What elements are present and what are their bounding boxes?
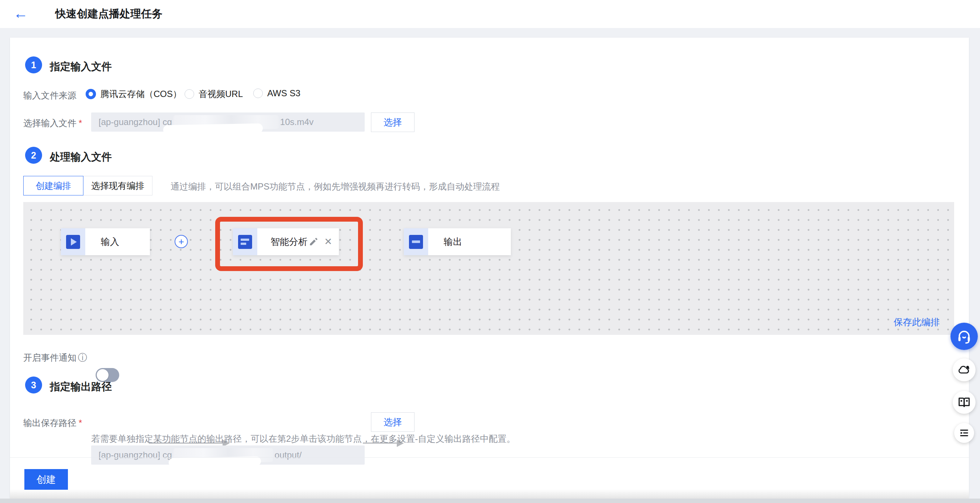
menu-list-icon <box>959 427 970 438</box>
output-path-value-prefix: [ap-guangzhou] cg <box>99 450 172 460</box>
page-title: 快速创建点播处理任务 <box>56 6 162 21</box>
headset-icon <box>956 328 972 344</box>
radio-option-cos[interactable]: 腾讯云存储（COS） <box>86 88 181 100</box>
cloud-notification-button[interactable] <box>953 359 975 381</box>
analysis-icon <box>238 235 252 249</box>
output-path-hint: 若需要单独指定某功能节点的输出路径，可以在第2步单击该功能节点，在更多设置-自定… <box>91 433 515 445</box>
top-bar: ← 快速创建点播处理任务 <box>0 0 980 28</box>
info-icon[interactable]: ⓘ <box>78 351 87 363</box>
flow-node-output[interactable]: 输出 <box>404 228 511 255</box>
step2-title: 处理输入文件 <box>50 150 112 164</box>
input-file-value-prefix: [ap-guangzhou] cg <box>99 117 172 127</box>
orchestration-canvas[interactable]: 输入 + 智能分析 ✕ 输出 保存此编排 <box>23 202 954 335</box>
radio-option-label: AWS S3 <box>267 88 301 98</box>
docs-book-icon <box>958 396 971 409</box>
radio-icon <box>185 89 194 99</box>
plus-icon: + <box>178 237 184 246</box>
input-source-label: 输入文件来源 <box>23 90 76 102</box>
step2-number-badge: 2 <box>25 147 42 164</box>
radio-option-url[interactable]: 音视频URL <box>185 88 243 100</box>
footer-divider <box>10 457 969 458</box>
customer-service-button[interactable] <box>950 323 978 350</box>
step1-title: 指定输入文件 <box>50 60 112 74</box>
input-file-label: 选择输入文件* <box>23 117 82 129</box>
radio-selected-icon <box>86 89 96 99</box>
toggle-knob <box>97 369 108 381</box>
step3-number-badge: 3 <box>25 376 42 394</box>
required-asterisk: * <box>79 118 82 128</box>
radio-option-label: 腾讯云存储（COS） <box>100 88 181 100</box>
radio-icon <box>253 89 263 98</box>
window-bottom-strip <box>0 498 980 503</box>
input-node-iconbox <box>61 228 85 255</box>
input-file-value-suffix: 10s.m4v <box>280 117 314 127</box>
radio-option-label: 音视频URL <box>199 88 243 100</box>
input-file-field[interactable]: [ap-guangzhou] cg 10s.m4v <box>91 113 365 132</box>
required-asterisk: * <box>79 418 82 428</box>
output-path-value-suffix: output/ <box>275 450 302 460</box>
step3-title: 指定输出路径 <box>50 380 112 394</box>
analysis-node-iconbox <box>233 228 257 255</box>
flow-node-input[interactable]: 输入 <box>61 228 150 255</box>
card-bottom-shadow <box>10 489 969 498</box>
flow-node-analysis[interactable]: 智能分析 ✕ <box>233 228 339 255</box>
orchestration-description: 通过编排，可以组合MPS功能节点，例如先增强视频再进行转码，形成自动处理流程 <box>170 181 500 192</box>
radio-option-aws-s3[interactable]: AWS S3 <box>253 88 301 98</box>
close-icon: ✕ <box>324 236 332 248</box>
pencil-icon <box>309 237 318 247</box>
output-node-label: 输出 <box>444 236 462 248</box>
create-button[interactable]: 创建 <box>24 469 68 490</box>
choose-input-file-button[interactable]: 选择 <box>371 113 415 132</box>
edit-node-button[interactable] <box>309 237 318 247</box>
analysis-node-label: 智能分析 <box>270 236 307 248</box>
cloud-bell-icon <box>958 363 971 376</box>
play-icon <box>66 235 80 249</box>
output-icon <box>409 235 423 249</box>
save-orchestration-link[interactable]: 保存此编排 <box>894 316 940 328</box>
output-path-label: 输出保存路径* <box>23 417 82 429</box>
documentation-button[interactable] <box>953 391 975 414</box>
output-node-iconbox <box>404 228 428 255</box>
task-list-button[interactable] <box>954 423 974 443</box>
output-path-field[interactable]: [ap-guangzhou] cg output/ <box>91 446 365 465</box>
back-arrow-icon[interactable]: ← <box>13 5 28 21</box>
tab-select-existing-orchestration[interactable]: 选择现有编排 <box>83 176 153 195</box>
remove-node-button[interactable]: ✕ <box>324 236 332 248</box>
input-node-label: 输入 <box>101 236 119 248</box>
add-node-button[interactable]: + <box>175 235 188 248</box>
redacted-smudge <box>163 124 263 135</box>
event-notify-label: 开启事件通知 ⓘ <box>23 351 87 363</box>
tab-create-orchestration[interactable]: 创建编排 <box>23 176 83 195</box>
step1-number-badge: 1 <box>25 56 42 73</box>
redacted-smudge <box>169 457 261 467</box>
choose-output-path-button[interactable]: 选择 <box>371 412 415 432</box>
